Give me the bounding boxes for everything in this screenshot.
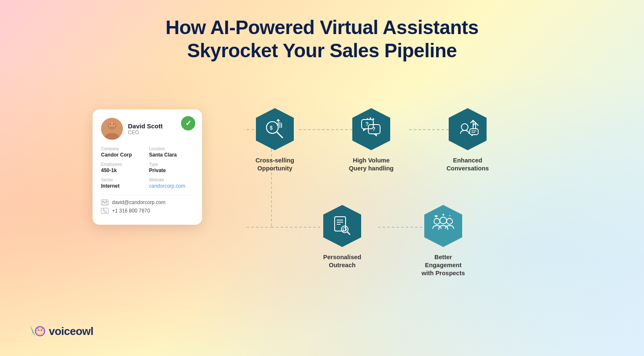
company-label: Company [101,146,146,151]
employees-label: Employees [101,162,146,167]
svg-point-3 [110,124,111,125]
website-value[interactable]: candorcorp.com [149,183,194,189]
svg-rect-35 [470,129,478,135]
hex-high-volume-label: High Volume Query handling [349,157,394,173]
svg-marker-59 [40,332,41,333]
employees-value: 450-1k [101,167,146,173]
svg-point-58 [40,329,42,331]
svg-point-4 [113,124,114,125]
phone-number: +1 316 800 7870 [112,208,150,214]
svg-point-49 [447,218,452,224]
hexagon-engagement: ❤ ✦ + [420,203,466,249]
hex-personalised: Personalised Outreach [319,203,365,269]
svg-text:?: ? [372,126,375,132]
sector-value: Internet [101,183,146,189]
svg-marker-54 [30,324,35,337]
hexagon-enhanced [444,106,491,152]
svg-point-57 [38,329,40,331]
svg-point-28 [367,118,368,120]
svg-line-45 [347,232,350,234]
location-value: Santa Clara [149,152,194,158]
hex-personalised-label: Personalised Outreach [323,253,361,269]
location-label: Location [149,146,194,151]
svg-line-17 [277,132,282,138]
hexagon-cross-selling: $ [252,106,298,152]
title-section: How AI-Powered Virtual Assistants Skyroc… [0,0,644,62]
phone-icon [101,208,109,214]
verified-check-icon: ✓ [181,116,195,130]
svg-text:✦: ✦ [442,213,445,217]
contact-role: CEO [128,130,163,135]
svg-text:❤: ❤ [434,214,438,219]
logo-area: voiceowl [25,323,93,339]
avatar [101,118,123,140]
website-label: Website [149,178,194,182]
svg-point-47 [434,218,440,224]
svg-point-32 [461,124,468,130]
card-divider [101,195,194,195]
type-value: Private [149,167,194,173]
email-address: david@candorcorp.com [112,199,165,205]
company-value: Candor Corp [101,152,146,158]
hex-cross-selling-label: Cross-selling Opportunity [255,157,294,173]
svg-point-30 [373,118,374,120]
email-contact: david@candorcorp.com [101,199,194,205]
type-label: Type [149,162,194,167]
svg-rect-39 [335,217,346,231]
hex-enhanced-label: Enhanced Conversations [447,157,489,173]
main-title: How AI-Powered Virtual Assistants Skyroc… [0,16,644,62]
svg-point-29 [370,117,371,119]
hex-engagement-label: Better Engagement with Prospects [416,253,471,277]
hex-cross-selling: $ Cross-selling Opportunity [252,106,298,173]
svg-text:+: + [449,214,451,218]
card-header: David Scott CEO [101,118,194,140]
email-icon [101,199,109,205]
brand-name: voiceowl [49,325,93,338]
hexagon-high-volume: ? ? [348,106,394,152]
profile-card: ✓ David Scott CEO [93,109,202,225]
card-details-grid: Company Candor Corp Location Santa Clara… [101,146,194,189]
svg-text:$: $ [270,125,273,131]
contact-name: David Scott [128,122,163,130]
hex-high-volume: ? ? High Volume Query handling [348,106,394,173]
hexagon-personalised [319,203,365,249]
phone-contact: +1 316 800 7870 [101,208,194,214]
logo-icon [25,323,45,339]
svg-point-48 [440,217,447,224]
sector-label: Sector [101,178,146,182]
hex-engagement: ❤ ✦ + Better Engagement with Prospects [416,203,471,277]
hex-enhanced: Enhanced Conversations [444,106,491,173]
